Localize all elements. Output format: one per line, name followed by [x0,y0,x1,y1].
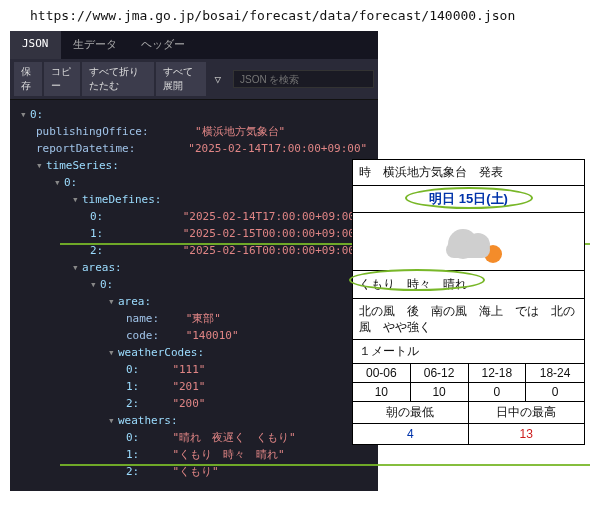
pop-v-00-06: 10 [353,383,411,401]
temp-low: 4 [353,424,469,444]
card-day-row: 明日 15日(土) [353,186,584,213]
card-header: 時 横浜地方気象台 発表 [353,160,584,186]
temp-high: 13 [469,424,585,444]
source-url: https://www.jma.go.jp/bosai/forecast/dat… [0,0,600,31]
weather-text-row: くもり 時々 晴れ [353,271,584,299]
twisty-icon[interactable]: ▾ [54,174,64,191]
key-publishingOffice: publishingOffice: [36,125,149,138]
temp-high-header: 日中の最高 [469,402,585,424]
key-weathers: weathers: [118,414,178,427]
pop-h-12-18: 12-18 [469,364,527,383]
weather-text: くもり 時々 晴れ [359,277,467,291]
pop-v-06-12: 10 [411,383,469,401]
tab-raw[interactable]: 生データ [61,31,129,59]
key-timeDefines: timeDefines: [82,193,161,206]
pop-table: 00-06 06-12 12-18 18-24 10 10 0 0 [353,364,584,402]
wind-text: 北の風 後 南の風 海上 では 北の風 やや強く [353,299,584,340]
twisty-icon[interactable]: ▾ [108,412,118,429]
pop-h-06-12: 06-12 [411,364,469,383]
twisty-icon[interactable]: ▾ [72,191,82,208]
viewer-toolbar: 保存 コピー すべて折りたたむ すべて展開 ▽ [10,59,378,100]
json-tree: ▾0: publishingOffice: "横浜地方気象台" reportDa… [10,100,378,486]
viewer-tabs: JSON 生データ ヘッダー [10,31,378,59]
twisty-icon[interactable]: ▾ [108,344,118,361]
json-viewer-panel: JSON 生データ ヘッダー 保存 コピー すべて折りたたむ すべて展開 ▽ ▾… [10,31,378,491]
twisty-icon[interactable]: ▾ [90,276,100,293]
temp-low-header: 朝の最低 [353,402,469,424]
key-areas: areas: [82,261,122,274]
temp-table: 朝の最低 日中の最高 4 13 [353,402,584,444]
weather-icon [353,213,584,271]
weather-card: 時 横浜地方気象台 発表 明日 15日(土) くもり 時々 晴れ 北の風 後 南… [352,159,585,445]
twisty-icon[interactable]: ▾ [108,293,118,310]
search-input[interactable] [233,70,374,88]
pop-v-18-24: 0 [526,383,584,401]
twisty-icon[interactable]: ▾ [20,106,30,123]
collapse-all-button[interactable]: すべて折りたたむ [82,62,154,96]
forecast-day: 明日 15日(土) [429,190,508,208]
pop-h-00-06: 00-06 [353,364,411,383]
tab-json[interactable]: JSON [10,31,61,59]
twisty-icon[interactable]: ▾ [72,259,82,276]
tab-headers[interactable]: ヘッダー [129,31,197,59]
key-timeSeries: timeSeries: [46,159,119,172]
key-weatherCodes: weatherCodes: [118,346,204,359]
copy-button[interactable]: コピー [44,62,80,96]
val-publishingOffice: "横浜地方気象台" [195,125,285,138]
filter-icon[interactable]: ▽ [208,71,227,88]
cloud-sun-icon [444,227,494,257]
save-button[interactable]: 保存 [14,62,42,96]
expand-all-button[interactable]: すべて展開 [156,62,206,96]
key-reportDatetime: reportDatetime: [36,142,135,155]
pop-h-18-24: 18-24 [526,364,584,383]
key-area: area: [118,295,151,308]
wave-text: １メートル [353,340,584,364]
val-reportDatetime: "2025-02-14T17:00:00+09:00" [188,142,367,155]
twisty-icon[interactable]: ▾ [36,157,46,174]
pop-v-12-18: 0 [469,383,527,401]
